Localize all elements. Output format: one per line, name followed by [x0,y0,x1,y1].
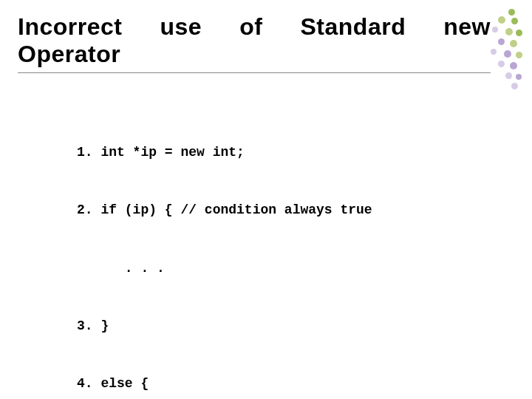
dot-icon [510,62,517,69]
dot-icon [498,61,505,67]
code-line: . . . [77,259,511,278]
slide-title: Incorrect use of Standard new Operator [18,13,491,68]
dot-icon [504,50,511,58]
code-block: 1. int *ip = new int; 2. if (ip) { // co… [77,104,511,399]
dot-icon [516,52,522,58]
dot-icon [505,72,512,79]
dot-icon [492,27,498,33]
code-line: 1. int *ip = new int; [77,143,511,162]
code-line: 2. if (ip) { // condition always true [77,200,511,219]
dot-icon [505,28,513,35]
code-line: 3. } [77,316,511,335]
dot-icon [516,30,522,36]
code-line: 4. else { [77,374,511,393]
dot-icon [491,49,497,55]
dot-icon [510,40,517,47]
title-underline [18,72,491,73]
slide: Incorrect use of Standard new Operator 1… [0,0,532,399]
decorative-dots [473,9,525,90]
dot-icon [498,16,505,24]
dot-icon [511,83,518,89]
dot-icon [508,9,515,16]
dot-icon [516,74,522,80]
dot-icon [511,18,518,24]
title-line-2: Operator [18,41,491,68]
title-line-1: Incorrect use of Standard new [18,13,491,40]
dot-icon [498,38,505,45]
